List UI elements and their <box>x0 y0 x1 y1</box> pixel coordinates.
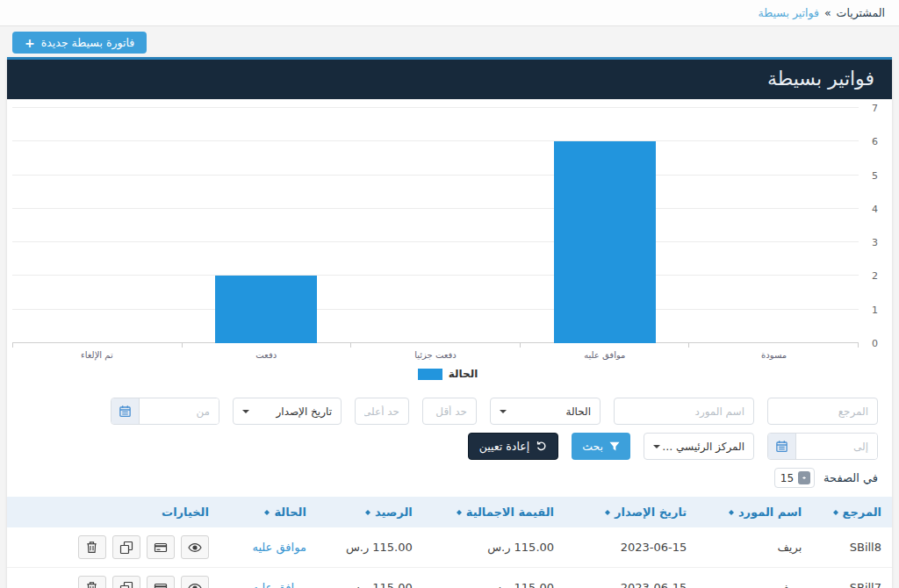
chevron-down-icon <box>242 410 249 417</box>
cell-status: موافق عليه <box>219 527 317 568</box>
cell-status: موافق عليه <box>219 568 317 588</box>
chevron-down-icon <box>500 410 507 417</box>
bar-2 <box>554 141 656 343</box>
filter-funnel-icon <box>609 441 620 452</box>
payment-button[interactable] <box>147 576 175 588</box>
view-button[interactable] <box>181 535 209 559</box>
cell-supplier: بريف <box>697 527 812 568</box>
x-category-label: مسودة <box>689 350 859 360</box>
x-category-label: تم الإلغاء <box>12 350 182 360</box>
breadcrumb-parent[interactable]: المشتريات <box>837 6 885 19</box>
bar-slot <box>520 108 689 343</box>
trash-icon <box>85 581 98 588</box>
table-header-row: المرجع اسم المورد تاريخ الإصدار القيمة ا… <box>7 497 892 527</box>
x-category-label: موافق عليه <box>520 350 689 360</box>
x-category-label: دفعت جزئيا <box>351 350 521 360</box>
filters-row-2: المركز الرئيسي - الرياض بحث إعادة تعيين <box>21 433 878 460</box>
calendar-icon <box>119 405 132 418</box>
status-chart: 01234567 مسودةموافق عليهدفعت جزئيادفعتتم… <box>7 99 892 384</box>
legend-swatch <box>418 369 442 380</box>
cell-total: 115.00 ر.س <box>423 568 565 588</box>
header-balance[interactable]: الرصيد <box>317 497 423 527</box>
credit-card-icon <box>154 541 168 555</box>
status-link[interactable]: موافق عليه <box>252 581 306 588</box>
delete-button[interactable] <box>78 576 106 588</box>
date-type-select[interactable]: تاريخ الإصدار <box>233 398 342 425</box>
reset-button[interactable]: إعادة تعيين <box>468 433 558 460</box>
view-button[interactable] <box>181 576 209 588</box>
x-category-label: دفعت <box>182 350 351 360</box>
date-type-select-value: تاريخ الإصدار <box>277 405 333 418</box>
new-invoice-label: فاتورة بسيطة جديدة <box>41 36 135 49</box>
delete-button[interactable] <box>78 535 106 559</box>
copy-icon <box>119 541 133 555</box>
cell-issue-date: 2023-06-15 <box>565 568 697 588</box>
sort-icon <box>457 507 462 518</box>
legend-label: الحالة <box>449 368 478 380</box>
breadcrumb-current[interactable]: فواتير بسيطة <box>759 6 819 19</box>
calendar-addon[interactable] <box>111 398 140 424</box>
from-date-input[interactable] <box>140 398 219 424</box>
y-tick-label: 5 <box>872 169 878 181</box>
chart-legend: الحالة <box>12 360 883 384</box>
y-tick-label: 7 <box>872 103 878 114</box>
status-link[interactable]: موافق عليه <box>252 541 306 554</box>
branch-select[interactable]: المركز الرئيسي - الرياض <box>644 433 754 460</box>
cell-reference: SBill7 <box>812 568 892 588</box>
plus-icon: + <box>25 37 35 49</box>
bar-slot <box>689 108 859 343</box>
to-date-input[interactable] <box>796 434 877 459</box>
y-tick-label: 6 <box>872 136 878 147</box>
reset-label: إعادة تعيين <box>479 440 529 453</box>
max-amount-input[interactable] <box>355 398 409 425</box>
per-page-value: 15 <box>780 472 794 484</box>
header-options: الخيارات <box>7 497 219 527</box>
search-button[interactable]: بحث <box>572 433 630 460</box>
filters-row-1: الحالة تاريخ الإصدار <box>21 398 878 425</box>
chart-axis-ticks <box>12 343 859 348</box>
table-row: SBill8 بريف 2023-06-15 115.00 ر.س 115.00… <box>7 527 892 568</box>
header-reference[interactable]: المرجع <box>812 497 892 527</box>
sort-icon <box>264 507 270 518</box>
actions-row: فاتورة بسيطة جديدة + <box>0 26 899 57</box>
number-spinner-icon[interactable] <box>798 471 810 484</box>
topbar: المشتريات » فواتير بسيطة <box>0 0 899 26</box>
header-total[interactable]: القيمة الاجمالية <box>423 497 565 527</box>
cell-balance: 115.00 ر.س <box>317 568 423 588</box>
header-issue-date[interactable]: تاريخ الإصدار <box>565 497 697 527</box>
y-tick-label: 1 <box>872 304 878 315</box>
status-select[interactable]: الحالة <box>490 398 601 425</box>
payment-button[interactable] <box>147 535 175 559</box>
cell-options <box>7 568 219 588</box>
reference-input[interactable] <box>767 398 878 425</box>
calendar-addon[interactable] <box>768 434 796 459</box>
copy-icon <box>119 581 133 588</box>
bars-layer <box>12 108 859 343</box>
per-page-row: في الصفحة 15 <box>21 466 878 491</box>
eye-icon <box>188 541 202 555</box>
bar-slot <box>351 108 521 343</box>
header-status[interactable]: الحالة <box>219 497 317 527</box>
cell-total: 115.00 ر.س <box>423 527 565 568</box>
supplier-name-input[interactable] <box>614 398 754 425</box>
credit-card-icon <box>154 581 168 588</box>
y-tick-label: 3 <box>872 237 878 248</box>
calendar-icon <box>775 440 788 453</box>
bar-slot <box>182 108 351 343</box>
sort-icon <box>605 507 610 518</box>
eye-icon <box>188 581 202 588</box>
per-page-input[interactable]: 15 <box>774 468 815 488</box>
trash-icon <box>85 541 98 554</box>
chevron-down-icon <box>653 445 660 452</box>
duplicate-button[interactable] <box>112 535 140 559</box>
breadcrumb: المشتريات » فواتير بسيطة <box>759 6 885 19</box>
bar-slot <box>12 108 182 343</box>
new-invoice-button[interactable]: فاتورة بسيطة جديدة + <box>12 32 147 54</box>
sort-icon <box>729 507 734 518</box>
duplicate-button[interactable] <box>112 576 140 588</box>
search-label: بحث <box>582 440 603 453</box>
status-select-value: الحالة <box>566 405 591 418</box>
sort-icon <box>833 507 838 518</box>
min-amount-input[interactable] <box>422 398 477 425</box>
header-supplier[interactable]: اسم المورد <box>697 497 812 527</box>
